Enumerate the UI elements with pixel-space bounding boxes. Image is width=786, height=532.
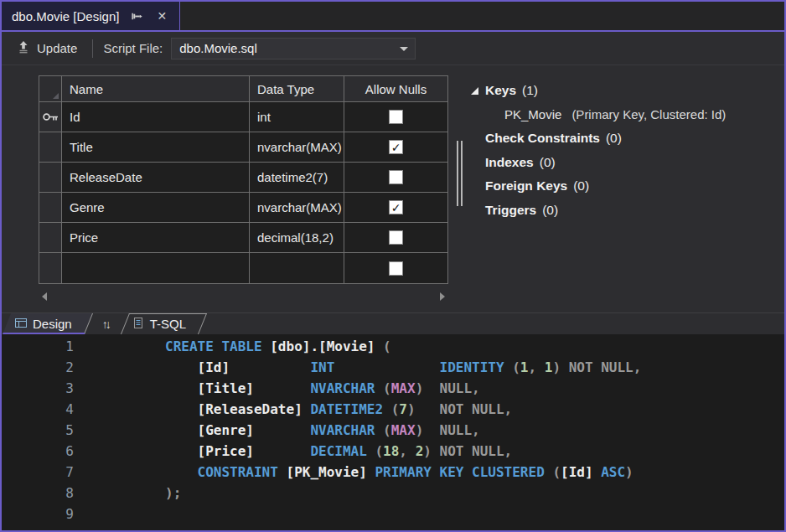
grid-horizontal-scrollbar[interactable] [39,291,448,302]
toolbar-separator [92,39,93,58]
cell-datatype[interactable]: nvarchar(MAX) [250,193,344,223]
pane-splitter[interactable] [457,141,463,206]
script-file-value: dbo.Movie.sql [179,41,257,55]
panel-item-indexes[interactable]: Indexes(0) [471,151,783,175]
panel-child-item[interactable]: PK_Movie(Primary Key, Clustered: Id) [471,103,783,127]
panel-item-foreign-keys[interactable]: Foreign Keys(0) [471,174,783,199]
cell-datatype[interactable]: decimal(18,2) [250,223,344,253]
designer-toolbar: Update Script File: dbo.Movie.sql [2,32,784,65]
cell-allownulls[interactable] [344,102,447,132]
panel-item-count: (0) [542,203,558,218]
tab-design-label: Design [33,317,72,331]
column-header-datatype[interactable]: Data Type [250,76,344,102]
line-text: [Price] DECIMAL (18, 2) NOT NULL, [165,443,512,459]
tab-tsql-label: T-SQL [150,317,186,331]
document-tab-dbo-movie[interactable]: dbo.Movie [Design] ✕ [2,2,180,30]
cell-datatype[interactable]: int [250,102,344,132]
panel-item-label: Check Constraints [485,131,600,146]
line-text: [ReleaseDate] DATETIME2 (7) NOT NULL, [165,401,512,417]
cell-datatype[interactable]: datetime2(7) [250,163,344,193]
allow-nulls-checkbox[interactable] [389,110,403,124]
line-number: 9 [2,506,74,522]
primary-key-icon [42,111,59,122]
panel-item-check-constraints[interactable]: Check Constraints(0) [471,127,783,151]
cell-allownulls[interactable] [344,253,447,283]
code-line[interactable]: 6 [Price] DECIMAL (18, 2) NOT NULL, [2,443,784,464]
panel-item-triggers[interactable]: Triggers(0) [471,199,783,223]
code-line[interactable]: 8); [2,485,784,506]
design-icon [15,317,27,331]
key-detail: (Primary Key, Clustered: Id) [571,107,726,121]
select-all-corner[interactable] [39,76,62,102]
document-tab-bar: dbo.Movie [Design] ✕ [2,2,784,30]
table-properties-panel: Keys(1)PK_Movie(Primary Key, Clustered: … [471,79,783,222]
scroll-left-icon[interactable] [42,292,47,301]
tab-design[interactable]: Design [7,313,89,334]
line-number: 2 [2,359,74,375]
select-all-icon [53,93,59,99]
cell-name[interactable]: Id [62,102,250,132]
chevron-down-icon[interactable] [400,47,408,51]
cell-name[interactable]: Genre [62,193,250,223]
scroll-right-icon[interactable] [440,292,445,301]
columns-grid: Name Data Type Allow Nulls IdintTitlenva… [39,75,448,284]
code-line[interactable]: 3 [Title] NVARCHAR (MAX) NULL, [2,380,784,401]
allow-nulls-checkbox[interactable]: ✓ [389,200,403,214]
row-selector[interactable] [39,193,62,223]
allow-nulls-checkbox[interactable] [389,261,403,276]
cell-name[interactable]: Title [62,132,250,163]
code-line[interactable]: 2 [Id] INT IDENTITY (1, 1) NOT NULL, [2,359,784,380]
line-number: 6 [2,443,74,459]
row-selector[interactable] [39,132,62,163]
code-line[interactable]: 9 [2,506,784,527]
table-designer-window: dbo.Movie [Design] ✕ Upd [0,0,786,532]
line-number: 1 [2,338,74,354]
code-line[interactable]: 4 [ReleaseDate] DATETIME2 (7) NOT NULL, [2,401,784,422]
line-number: 3 [2,380,74,396]
cell-datatype[interactable]: nvarchar(MAX) [250,132,344,163]
update-button[interactable]: Update [12,38,82,59]
expander-icon[interactable] [471,87,478,95]
cell-allownulls[interactable] [344,223,447,253]
designer-pane-tabs: Design ↑↓ T-SQL [2,312,784,334]
row-selector[interactable] [39,253,62,283]
panel-item-label: Triggers [485,203,536,218]
row-selector[interactable] [39,102,62,132]
line-text: CONSTRAINT [PK_Movie] PRIMARY KEY CLUSTE… [165,464,633,480]
pin-icon[interactable] [129,8,144,23]
document-tab-title: dbo.Movie [Design] [12,9,119,23]
script-file-combobox[interactable]: dbo.Movie.sql [171,38,416,59]
panel-item-label: Foreign Keys [485,178,567,194]
sql-script-icon [133,317,144,331]
cell-allownulls[interactable]: ✓ [344,132,447,163]
column-header-allownulls[interactable]: Allow Nulls [344,76,447,102]
line-text: [Genre] NVARCHAR (MAX) NULL, [165,422,480,438]
cell-name[interactable]: Price [62,223,250,253]
tsql-editor[interactable]: 1CREATE TABLE [dbo].[Movie] (2 [Id] INT … [2,334,784,530]
panel-item-label: Keys [485,83,516,98]
code-line[interactable]: 7 CONSTRAINT [PK_Movie] PRIMARY KEY CLUS… [2,464,784,485]
allow-nulls-checkbox[interactable] [389,170,403,184]
cell-name[interactable]: ReleaseDate [62,163,250,193]
allow-nulls-checkbox[interactable]: ✓ [389,140,403,154]
panel-item-count: (0) [540,155,556,170]
swap-panes-icon[interactable]: ↑↓ [102,313,111,334]
panel-item-keys[interactable]: Keys(1) [471,79,783,103]
code-line[interactable]: 1CREATE TABLE [dbo].[Movie] ( [2,338,784,359]
cell-allownulls[interactable] [344,163,447,193]
allow-nulls-checkbox[interactable] [389,230,403,245]
panel-item-label: Indexes [485,155,534,170]
cell-allownulls[interactable]: ✓ [344,193,447,223]
code-line[interactable]: 5 [Genre] NVARCHAR (MAX) NULL, [2,422,784,443]
line-number: 7 [2,464,74,480]
cell-name[interactable] [62,253,250,283]
row-selector[interactable] [39,163,62,193]
panel-item-count: (1) [522,83,538,98]
line-text: [Title] NVARCHAR (MAX) NULL, [165,380,480,396]
column-header-name[interactable]: Name [62,76,250,102]
row-selector[interactable] [39,223,62,253]
line-number: 8 [2,485,74,501]
close-icon[interactable]: ✕ [154,8,169,23]
cell-datatype[interactable] [250,253,344,283]
tab-tsql[interactable]: T-SQL [125,313,203,334]
